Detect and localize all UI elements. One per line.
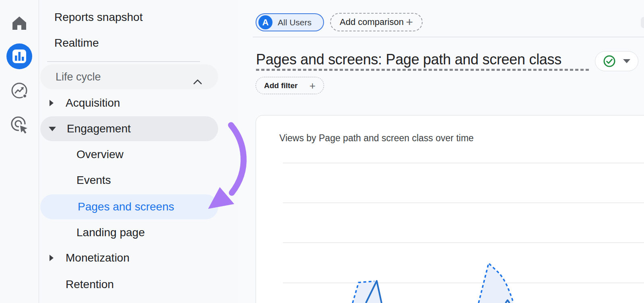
- views-over-time-chart: [256, 115, 644, 303]
- plus-icon: +: [406, 16, 413, 28]
- expand-arrow-icon: [49, 127, 56, 131]
- page-title-dashed-underline: [256, 69, 589, 71]
- add-comparison-label: Add comparison: [340, 17, 404, 27]
- sidebar-item-label: Reports snapshot: [54, 11, 142, 24]
- segment-label: All Users: [278, 18, 312, 27]
- sidebar-item-label: Overview: [76, 148, 124, 161]
- chevron-down-icon: [623, 59, 630, 63]
- sidebar-item-monetization[interactable]: Monetization: [39, 245, 217, 270]
- explore-icon[interactable]: [10, 82, 28, 99]
- plus-icon: +: [310, 80, 316, 91]
- advertising-icon[interactable]: [10, 115, 29, 134]
- sidebar-item-label: Engagement: [67, 122, 131, 135]
- sidebar-item-label: Retention: [66, 278, 114, 291]
- sidebar-item-reports-snapshot[interactable]: Reports snapshot: [39, 5, 217, 30]
- sidebar-item-acquisition[interactable]: Acquisition: [39, 91, 217, 115]
- sidebar-item-label: Landing page: [76, 226, 145, 239]
- sidebar-divider: [47, 61, 200, 62]
- sidebar-section-life-cycle[interactable]: Life cycle: [40, 64, 218, 89]
- sidebar-item-label: Events: [76, 174, 111, 187]
- collapse-arrow-icon: [50, 100, 54, 106]
- reports-icon[interactable]: [6, 43, 32, 69]
- add-comparison-button[interactable]: Add comparison +: [330, 13, 423, 31]
- segment-avatar: A: [258, 15, 272, 29]
- report-status-dropdown[interactable]: [595, 51, 638, 71]
- all-users-segment-chip[interactable]: A All Users: [256, 13, 324, 31]
- header-divider: [253, 37, 644, 37]
- app-rail: [0, 0, 39, 303]
- check-circle-icon: [603, 55, 616, 68]
- sidebar-item-overview[interactable]: Overview: [39, 142, 217, 167]
- reports-sidebar: Reports snapshot Realtime Life cycle Acq…: [39, 0, 238, 303]
- sidebar-item-engagement[interactable]: Engagement: [40, 116, 218, 141]
- page-title: Pages and screens: Page path and screen …: [256, 51, 561, 68]
- collapse-arrow-icon: [50, 255, 54, 261]
- sidebar-item-label: Acquisition: [66, 97, 120, 109]
- sidebar-item-landing-page[interactable]: Landing page: [39, 220, 217, 245]
- home-icon[interactable]: [11, 15, 27, 31]
- sidebar-item-retention[interactable]: Retention: [39, 272, 217, 297]
- sidebar-item-realtime[interactable]: Realtime: [39, 31, 217, 56]
- sidebar-item-label: Pages and screens: [78, 200, 174, 213]
- chevron-up-icon: [193, 74, 202, 87]
- add-filter-label: Add filter: [264, 81, 297, 90]
- sidebar-item-label: Monetization: [66, 251, 130, 264]
- toolbar-button-partial[interactable]: [641, 17, 644, 28]
- sidebar-item-pages-and-screens[interactable]: Pages and screens: [40, 194, 218, 219]
- sidebar-item-events[interactable]: Events: [39, 168, 217, 193]
- add-filter-button[interactable]: Add filter +: [256, 77, 324, 94]
- sidebar-section-label: Life cycle: [56, 71, 101, 83]
- sidebar-item-label: Realtime: [54, 37, 99, 49]
- chart-card: Views by Page path and screen class over…: [256, 115, 644, 303]
